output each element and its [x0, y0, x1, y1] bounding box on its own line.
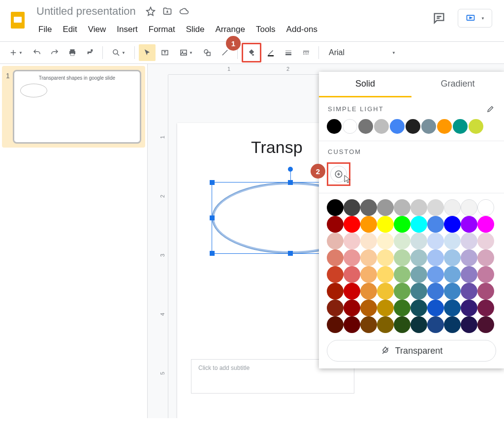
theme-color-swatch[interactable] — [390, 119, 405, 134]
resize-handle-bm[interactable] — [288, 251, 293, 256]
color-swatch[interactable] — [360, 199, 377, 216]
color-swatch[interactable] — [344, 316, 360, 333]
color-swatch[interactable] — [360, 300, 377, 316]
color-swatch[interactable] — [394, 249, 410, 266]
menu-view[interactable]: View — [83, 22, 111, 37]
color-swatch[interactable] — [327, 233, 344, 249]
color-swatch[interactable] — [477, 216, 494, 233]
color-swatch[interactable] — [360, 233, 377, 249]
menu-addons[interactable]: Add-ons — [282, 22, 322, 37]
color-swatch[interactable] — [444, 249, 461, 266]
color-swatch[interactable] — [344, 199, 360, 216]
color-swatch[interactable] — [427, 283, 444, 300]
color-swatch[interactable] — [427, 300, 444, 316]
color-swatch[interactable] — [344, 249, 360, 266]
color-swatch[interactable] — [410, 233, 427, 249]
color-swatch[interactable] — [377, 300, 394, 316]
pencil-icon[interactable] — [486, 104, 495, 113]
color-swatch[interactable] — [377, 249, 394, 266]
fill-tab-gradient[interactable]: Gradient — [411, 72, 504, 97]
color-swatch[interactable] — [327, 283, 344, 300]
color-swatch[interactable] — [427, 199, 444, 216]
paint-format-button[interactable] — [82, 44, 98, 61]
color-swatch[interactable] — [461, 283, 477, 300]
resize-handle-tl[interactable] — [210, 180, 215, 185]
menu-insert[interactable]: Insert — [112, 22, 143, 37]
select-tool-button[interactable] — [139, 44, 156, 61]
transparent-button[interactable]: Transparent — [327, 340, 496, 362]
rotate-handle[interactable] — [288, 167, 293, 172]
theme-color-swatch[interactable] — [406, 119, 420, 134]
color-swatch[interactable] — [427, 266, 444, 283]
border-dash-button[interactable] — [298, 44, 315, 61]
color-swatch[interactable] — [327, 300, 344, 316]
shape-button[interactable] — [199, 44, 216, 61]
theme-color-swatch[interactable] — [421, 119, 436, 134]
color-swatch[interactable] — [461, 249, 477, 266]
resize-handle-tm[interactable] — [288, 180, 293, 185]
theme-color-swatch[interactable] — [327, 119, 342, 134]
color-swatch[interactable] — [427, 233, 444, 249]
color-swatch[interactable] — [461, 266, 477, 283]
theme-color-swatch[interactable] — [437, 119, 452, 134]
color-swatch[interactable] — [461, 316, 477, 333]
color-swatch[interactable] — [444, 266, 461, 283]
color-swatch[interactable] — [394, 316, 410, 333]
color-swatch[interactable] — [344, 233, 360, 249]
border-weight-button[interactable] — [280, 44, 297, 61]
color-swatch[interactable] — [444, 300, 461, 316]
font-family-select[interactable]: Arial▼ — [323, 44, 402, 61]
cloud-status-icon[interactable] — [179, 6, 189, 16]
color-swatch[interactable] — [377, 283, 394, 300]
zoom-button[interactable]: ▼ — [107, 44, 130, 61]
color-swatch[interactable] — [360, 266, 377, 283]
film-strip[interactable]: 1 Transparent shapes in google slide — [0, 64, 148, 418]
fill-tab-solid[interactable]: Solid — [319, 72, 411, 97]
color-swatch[interactable] — [360, 216, 377, 233]
text-box-button[interactable] — [157, 44, 173, 61]
color-swatch[interactable] — [410, 266, 427, 283]
theme-color-swatch[interactable] — [343, 119, 357, 134]
color-swatch[interactable] — [410, 249, 427, 266]
theme-color-swatch[interactable] — [374, 119, 389, 134]
menu-file[interactable]: File — [33, 22, 57, 37]
color-swatch[interactable] — [360, 316, 377, 333]
resize-handle-ml[interactable] — [210, 215, 215, 220]
theme-color-swatch[interactable] — [358, 119, 373, 134]
color-swatch[interactable] — [394, 216, 410, 233]
color-swatch[interactable] — [377, 233, 394, 249]
insert-image-button[interactable]: ▼ — [174, 44, 198, 61]
color-swatch[interactable] — [360, 283, 377, 300]
redo-button[interactable] — [46, 44, 63, 61]
color-swatch[interactable] — [327, 266, 344, 283]
color-swatch[interactable] — [394, 199, 410, 216]
color-swatch[interactable] — [444, 199, 461, 216]
present-button[interactable]: ▼ — [458, 9, 492, 28]
color-swatch[interactable] — [377, 199, 394, 216]
color-swatch[interactable] — [410, 300, 427, 316]
menu-format[interactable]: Format — [144, 22, 180, 37]
undo-button[interactable] — [29, 44, 45, 61]
color-swatch[interactable] — [394, 283, 410, 300]
color-swatch[interactable] — [477, 199, 494, 216]
color-swatch[interactable] — [461, 216, 477, 233]
color-swatch[interactable] — [410, 216, 427, 233]
color-swatch[interactable] — [394, 300, 410, 316]
color-swatch[interactable] — [461, 199, 477, 216]
color-swatch[interactable] — [410, 316, 427, 333]
menu-tools[interactable]: Tools — [251, 22, 281, 37]
color-swatch[interactable] — [477, 283, 494, 300]
color-swatch[interactable] — [427, 316, 444, 333]
color-swatch[interactable] — [377, 316, 394, 333]
color-swatch[interactable] — [410, 283, 427, 300]
color-swatch[interactable] — [444, 316, 461, 333]
color-swatch[interactable] — [444, 233, 461, 249]
color-swatch[interactable] — [427, 216, 444, 233]
color-swatch[interactable] — [344, 283, 360, 300]
color-swatch[interactable] — [477, 249, 494, 266]
color-swatch[interactable] — [327, 216, 344, 233]
color-swatch[interactable] — [394, 233, 410, 249]
resize-handle-bl[interactable] — [210, 251, 215, 256]
print-button[interactable] — [64, 44, 81, 61]
color-swatch[interactable] — [327, 199, 344, 216]
